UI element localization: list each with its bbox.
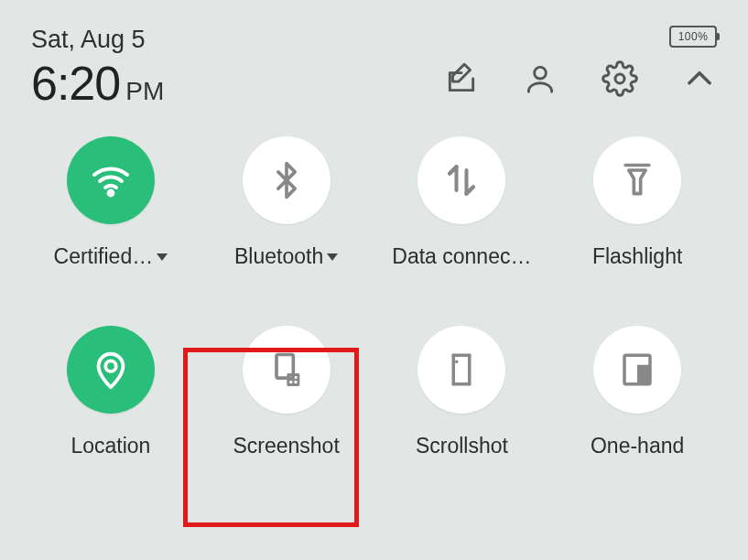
profile-icon[interactable]	[523, 61, 558, 96]
scrollshot-icon[interactable]	[417, 326, 505, 414]
battery-level: 100%	[669, 26, 717, 48]
wifi-icon[interactable]	[67, 136, 155, 224]
tile-wifi-label: Certified…	[54, 244, 154, 269]
tile-bluetooth[interactable]: Bluetooth	[207, 136, 366, 269]
tile-wifi[interactable]: Certified…	[31, 136, 190, 269]
tile-screenshot[interactable]: Screenshot	[207, 326, 366, 458]
notification-header: Sat, Aug 5 6:20 PM	[31, 26, 717, 111]
quick-settings-grid: Certified… Bluetooth Data connec…	[31, 136, 717, 458]
flashlight-icon[interactable]	[593, 136, 681, 224]
location-icon[interactable]	[67, 326, 155, 414]
tile-location[interactable]: Location	[31, 326, 190, 458]
chevron-up-icon[interactable]	[682, 61, 717, 96]
svg-point-2	[108, 191, 113, 196]
bluetooth-icon[interactable]	[243, 136, 331, 224]
data-icon[interactable]	[417, 136, 505, 224]
settings-icon[interactable]	[602, 60, 638, 97]
tile-screenshot-label: Screenshot	[233, 434, 339, 458]
tile-flashlight-label: Flashlight	[592, 244, 682, 269]
onehand-icon[interactable]	[593, 326, 681, 414]
tile-flashlight[interactable]: Flashlight	[558, 136, 717, 269]
svg-point-1	[615, 74, 624, 83]
svg-point-0	[535, 67, 547, 79]
tile-bluetooth-label: Bluetooth	[234, 244, 323, 269]
chevron-down-icon[interactable]	[157, 253, 168, 261]
battery-indicator: 100%	[669, 26, 717, 48]
tile-location-label: Location	[70, 434, 150, 458]
svg-point-4	[105, 361, 116, 372]
tile-onehand[interactable]: One-hand	[558, 326, 717, 458]
time-text: 6:20	[31, 56, 120, 111]
ampm-text: PM	[125, 77, 164, 106]
time-row: 6:20 PM	[31, 56, 164, 111]
tile-scrollshot[interactable]: Scrollshot	[383, 326, 542, 458]
svg-rect-12	[637, 365, 650, 384]
screenshot-icon[interactable]	[243, 326, 331, 414]
header-action-icons	[444, 60, 717, 97]
tile-onehand-label: One-hand	[591, 434, 684, 458]
chevron-down-icon[interactable]	[327, 253, 338, 261]
tile-scrollshot-label: Scrollshot	[416, 434, 508, 458]
date-text: Sat, Aug 5	[31, 26, 164, 54]
datetime-block: Sat, Aug 5 6:20 PM	[31, 26, 164, 111]
edit-icon[interactable]	[444, 61, 479, 96]
tile-data[interactable]: Data connec…	[383, 136, 542, 269]
tile-data-label: Data connec…	[392, 244, 531, 269]
